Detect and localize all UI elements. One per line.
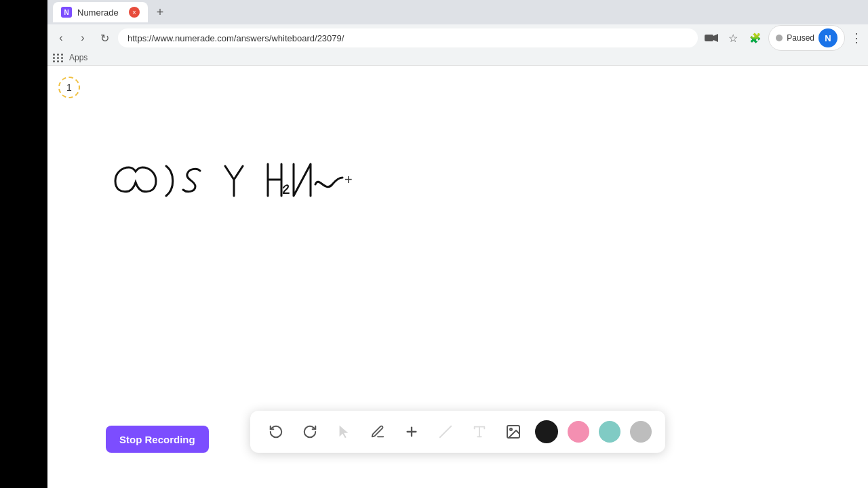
user-avatar: N <box>818 28 837 47</box>
more-menu-button[interactable]: ⋮ <box>850 30 863 45</box>
bookmark-icon[interactable]: ☆ <box>725 30 741 46</box>
svg-marker-1 <box>713 34 718 42</box>
add-shape-button[interactable] <box>399 420 424 444</box>
svg-text:+: + <box>344 172 353 187</box>
svg-line-6 <box>440 426 452 438</box>
tab-favicon: N <box>61 7 72 18</box>
bottom-toolbar <box>250 411 665 453</box>
paused-dot <box>776 35 783 41</box>
image-tool-button[interactable] <box>501 420 526 444</box>
camera-icon <box>703 30 719 46</box>
stop-recording-button[interactable]: Stop Recording <box>106 426 209 453</box>
color-gray[interactable] <box>630 421 652 443</box>
tab-bar: N Numerade × + <box>47 0 868 24</box>
whiteboard-content: + <box>95 147 380 215</box>
undo-button[interactable] <box>264 420 288 444</box>
paused-badge: Paused N <box>768 25 845 51</box>
page-number: 1 <box>58 77 80 98</box>
active-tab[interactable]: N Numerade × <box>53 2 148 22</box>
eraser-button[interactable] <box>433 420 458 444</box>
svg-rect-0 <box>705 35 713 41</box>
color-black[interactable] <box>535 420 558 443</box>
back-button[interactable]: ‹ <box>53 30 69 46</box>
apps-label: Apps <box>69 53 87 62</box>
forward-button[interactable]: › <box>75 30 91 46</box>
paused-label: Paused <box>787 33 814 43</box>
refresh-button[interactable]: ↻ <box>96 30 113 46</box>
redo-button[interactable] <box>298 420 322 444</box>
text-tool-button[interactable] <box>467 420 492 444</box>
select-tool-button[interactable] <box>332 420 356 444</box>
url-text: https://www.numerade.com/answers/whitebo… <box>127 33 344 43</box>
color-green[interactable] <box>599 421 620 443</box>
extensions-icon[interactable]: 🧩 <box>747 30 763 46</box>
svg-marker-3 <box>340 426 349 438</box>
content-area: 1 + Stop Recording <box>47 66 868 488</box>
address-bar-row: ‹ › ↻ https://www.numerade.com/answers/w… <box>47 24 868 52</box>
pen-tool-button[interactable] <box>366 420 390 444</box>
address-bar[interactable]: https://www.numerade.com/answers/whitebo… <box>118 28 698 47</box>
tab-title: Numerade <box>77 7 119 18</box>
apps-grid-icon <box>53 54 64 62</box>
browser-window: N Numerade × + ‹ › ↻ https://www.numerad… <box>47 0 868 488</box>
apps-bar: Apps <box>47 52 868 66</box>
new-tab-button[interactable]: + <box>151 3 170 22</box>
tab-close-button[interactable]: × <box>129 7 140 18</box>
color-pink[interactable] <box>568 421 589 443</box>
svg-point-10 <box>510 428 512 430</box>
